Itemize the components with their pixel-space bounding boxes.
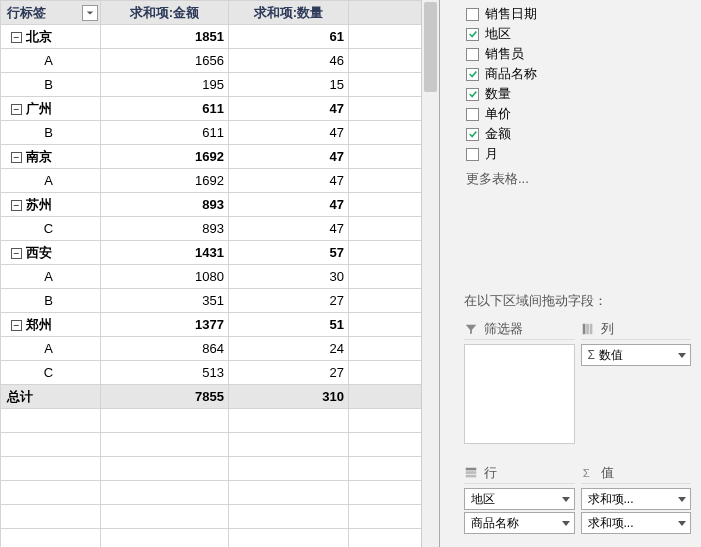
row-label-cell[interactable]: B — [1, 121, 101, 145]
field-item[interactable]: 单价 — [464, 104, 691, 124]
header-sum-amount[interactable]: 求和项:金额 — [101, 1, 229, 25]
chevron-down-icon[interactable] — [562, 497, 570, 502]
value-zone-body[interactable]: 求和项...求和项... — [581, 488, 692, 534]
checkbox[interactable] — [466, 28, 479, 41]
empty-row[interactable] — [1, 505, 422, 529]
value-cell[interactable]: 1377 — [101, 313, 229, 337]
value-cell[interactable]: 1692 — [101, 145, 229, 169]
value-cell[interactable]: 893 — [101, 193, 229, 217]
empty-row[interactable] — [1, 409, 422, 433]
zone-pill[interactable]: 求和项... — [581, 512, 692, 534]
row-label-cell[interactable]: A — [1, 169, 101, 193]
filter-zone-body[interactable] — [464, 344, 575, 444]
checkbox[interactable] — [466, 108, 479, 121]
table-row[interactable]: −苏州89347 — [1, 193, 422, 217]
zone-pill[interactable]: 求和项... — [581, 488, 692, 510]
field-item[interactable]: 销售日期 — [464, 4, 691, 24]
value-cell[interactable]: 24 — [229, 337, 349, 361]
value-cell[interactable]: 351 — [101, 289, 229, 313]
table-row[interactable]: A169247 — [1, 169, 422, 193]
value-cell[interactable]: 47 — [229, 193, 349, 217]
row-label-dropdown[interactable] — [82, 5, 98, 21]
value-cell[interactable]: 61 — [229, 25, 349, 49]
empty-row[interactable] — [1, 529, 422, 548]
table-row[interactable]: −西安143157 — [1, 241, 422, 265]
collapse-icon[interactable]: − — [11, 152, 22, 163]
row-label-cell[interactable]: A — [1, 337, 101, 361]
checkbox[interactable] — [466, 68, 479, 81]
empty-row[interactable] — [1, 481, 422, 505]
zone-pill[interactable]: 地区 — [464, 488, 575, 510]
row-label-cell[interactable]: B — [1, 289, 101, 313]
value-cell[interactable]: 1431 — [101, 241, 229, 265]
row-zone-body[interactable]: 地区商品名称 — [464, 488, 575, 534]
field-item[interactable]: 销售员 — [464, 44, 691, 64]
row-label-cell[interactable]: −西安 — [1, 241, 101, 265]
value-cell[interactable]: 1851 — [101, 25, 229, 49]
row-label-cell[interactable]: −苏州 — [1, 193, 101, 217]
table-row[interactable]: C51327 — [1, 361, 422, 385]
value-cell[interactable]: 893 — [101, 217, 229, 241]
value-cell[interactable]: 47 — [229, 121, 349, 145]
row-label-cell[interactable]: C — [1, 361, 101, 385]
row-label-cell[interactable]: A — [1, 265, 101, 289]
value-zone[interactable]: Σ 值 求和项...求和项... — [581, 464, 692, 534]
table-row[interactable]: B61147 — [1, 121, 422, 145]
value-cell[interactable]: 1692 — [101, 169, 229, 193]
empty-row[interactable] — [1, 433, 422, 457]
value-cell[interactable]: 47 — [229, 217, 349, 241]
zone-pill[interactable]: 商品名称 — [464, 512, 575, 534]
column-zone-body[interactable]: Σ数值 — [581, 344, 692, 372]
row-label-cell[interactable]: −广州 — [1, 97, 101, 121]
table-row[interactable]: C89347 — [1, 217, 422, 241]
value-cell[interactable]: 27 — [229, 289, 349, 313]
checkbox[interactable] — [466, 88, 479, 101]
value-cell[interactable]: 1656 — [101, 49, 229, 73]
grand-total-row[interactable]: 总计7855310 — [1, 385, 422, 409]
row-label-cell[interactable]: B — [1, 73, 101, 97]
field-item[interactable]: 金额 — [464, 124, 691, 144]
field-item[interactable]: 地区 — [464, 24, 691, 44]
value-cell[interactable]: 513 — [101, 361, 229, 385]
checkbox[interactable] — [466, 8, 479, 21]
table-row[interactable]: B19515 — [1, 73, 422, 97]
value-cell[interactable]: 51 — [229, 313, 349, 337]
scrollbar-thumb[interactable] — [424, 2, 437, 92]
collapse-icon[interactable]: − — [11, 248, 22, 259]
value-cell[interactable]: 27 — [229, 361, 349, 385]
more-tables-link[interactable]: 更多表格... — [464, 170, 691, 188]
collapse-icon[interactable]: − — [11, 32, 22, 43]
field-item[interactable]: 商品名称 — [464, 64, 691, 84]
row-zone[interactable]: 行 地区商品名称 — [464, 464, 575, 534]
table-row[interactable]: A86424 — [1, 337, 422, 361]
row-label-cell[interactable]: C — [1, 217, 101, 241]
chevron-down-icon[interactable] — [678, 497, 686, 502]
value-cell[interactable]: 195 — [101, 73, 229, 97]
value-cell[interactable]: 864 — [101, 337, 229, 361]
chevron-down-icon[interactable] — [678, 353, 686, 358]
checkbox[interactable] — [466, 48, 479, 61]
value-cell[interactable]: 57 — [229, 241, 349, 265]
collapse-icon[interactable]: − — [11, 104, 22, 115]
value-cell[interactable]: 47 — [229, 169, 349, 193]
row-label-cell[interactable]: −南京 — [1, 145, 101, 169]
value-cell[interactable]: 46 — [229, 49, 349, 73]
value-cell[interactable]: 1080 — [101, 265, 229, 289]
value-cell[interactable]: 30 — [229, 265, 349, 289]
table-row[interactable]: −南京169247 — [1, 145, 422, 169]
row-label-cell[interactable]: −郑州 — [1, 313, 101, 337]
empty-row[interactable] — [1, 457, 422, 481]
column-zone[interactable]: 列 Σ数值 — [581, 320, 692, 444]
header-row-label[interactable]: 行标签 — [1, 1, 101, 25]
value-cell[interactable]: 47 — [229, 97, 349, 121]
chevron-down-icon[interactable] — [562, 521, 570, 526]
field-item[interactable]: 数量 — [464, 84, 691, 104]
table-row[interactable]: B35127 — [1, 289, 422, 313]
value-cell[interactable]: 47 — [229, 145, 349, 169]
zone-pill[interactable]: Σ数值 — [581, 344, 692, 366]
value-cell[interactable]: 611 — [101, 121, 229, 145]
value-cell[interactable]: 15 — [229, 73, 349, 97]
table-row[interactable]: A108030 — [1, 265, 422, 289]
table-row[interactable]: −广州61147 — [1, 97, 422, 121]
table-row[interactable]: −北京185161 — [1, 25, 422, 49]
